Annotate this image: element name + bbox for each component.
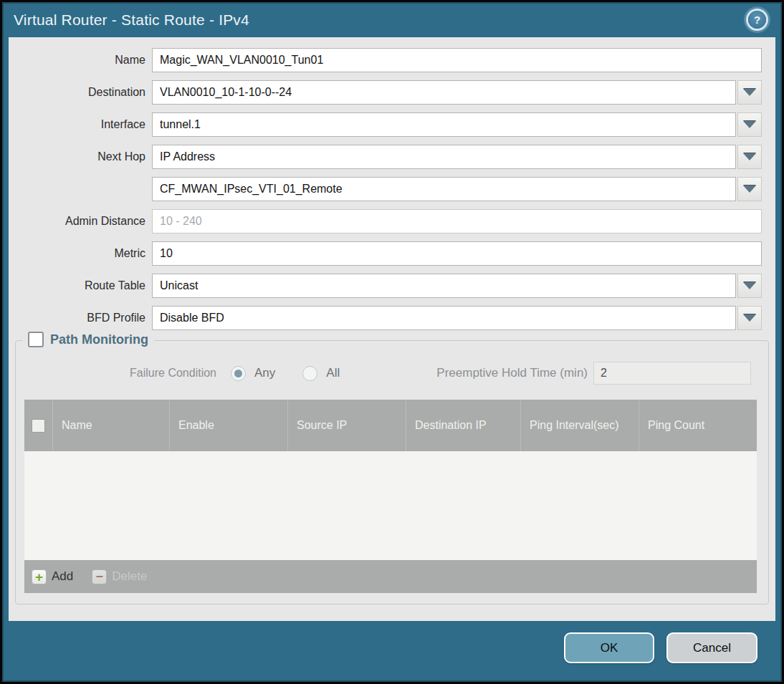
path-monitoring-checkbox[interactable] xyxy=(28,332,44,347)
next-hop-type-dropdown-button[interactable] xyxy=(737,145,762,169)
preemptive-hold-time-input[interactable] xyxy=(593,362,751,385)
chevron-down-icon xyxy=(743,282,756,289)
next-hop-row: Next Hop xyxy=(9,145,775,169)
header-checkbox-cell xyxy=(24,400,53,451)
route-table-label: Route Table xyxy=(9,279,152,292)
failure-condition-label: Failure Condition xyxy=(16,367,225,380)
next-hop-type-input[interactable] xyxy=(152,145,736,169)
path-monitoring-title: Path Monitoring xyxy=(50,332,148,347)
header-source-ip: Source IP xyxy=(288,400,406,451)
route-table-dropdown-button[interactable] xyxy=(737,274,762,298)
next-hop-address-dropdown-button[interactable] xyxy=(737,177,762,201)
delete-button[interactable]: − Delete xyxy=(92,569,147,584)
failure-condition-any-radio[interactable] xyxy=(231,366,246,381)
admin-distance-row: Admin Distance xyxy=(9,209,775,233)
bfd-profile-input[interactable] xyxy=(152,306,736,330)
bfd-profile-row: BFD Profile xyxy=(9,306,775,330)
select-all-checkbox[interactable] xyxy=(32,419,45,433)
ok-button[interactable]: OK xyxy=(564,632,654,663)
help-question-glyph: ? xyxy=(754,14,760,25)
add-icon: + xyxy=(32,569,47,584)
destination-label: Destination xyxy=(9,86,152,99)
failure-condition-any-label: Any xyxy=(254,366,275,380)
path-monitoring-legend: Path Monitoring xyxy=(22,332,154,347)
admin-distance-label: Admin Distance xyxy=(9,215,152,228)
header-ping-count: Ping Count xyxy=(639,400,757,451)
next-hop-label: Next Hop xyxy=(9,150,152,163)
header-destination-ip: Destination IP xyxy=(406,400,521,451)
interface-row: Interface xyxy=(9,112,775,137)
static-route-dialog: Virtual Router - Static Route - IPv4 ? N… xyxy=(0,0,784,684)
path-monitoring-section: Path Monitoring Failure Condition Any Al… xyxy=(15,340,769,604)
route-table-row: Route Table xyxy=(9,274,775,298)
interface-label: Interface xyxy=(9,118,152,131)
chevron-down-icon xyxy=(743,121,756,128)
add-button[interactable]: + Add xyxy=(32,569,73,584)
metric-input[interactable] xyxy=(152,241,762,266)
failure-condition-all-radio[interactable] xyxy=(302,366,317,381)
table-body-empty xyxy=(24,451,757,560)
chevron-down-icon xyxy=(743,153,756,160)
name-input[interactable] xyxy=(152,48,762,72)
table-footer-toolbar: + Add − Delete xyxy=(24,560,757,593)
bfd-profile-label: BFD Profile xyxy=(9,312,152,324)
failure-condition-all-label: All xyxy=(326,366,340,380)
delete-icon: − xyxy=(92,569,107,584)
next-hop-address-row xyxy=(9,177,775,201)
destination-dropdown-button[interactable] xyxy=(737,80,762,105)
metric-row: Metric xyxy=(9,241,775,266)
help-icon[interactable]: ? xyxy=(748,11,766,29)
interface-input[interactable] xyxy=(152,112,736,137)
bfd-profile-dropdown-button[interactable] xyxy=(737,306,762,330)
interface-dropdown-button[interactable] xyxy=(737,112,762,137)
dialog-title: Virtual Router - Static Route - IPv4 xyxy=(14,11,249,29)
cancel-button[interactable]: Cancel xyxy=(666,632,757,663)
table-header-row: Name Enable Source IP Destination IP Pin… xyxy=(24,400,757,451)
dialog-body-panel: Name Destination Interface xyxy=(9,37,775,621)
chevron-down-icon xyxy=(743,186,756,193)
metric-label: Metric xyxy=(9,247,152,260)
preemptive-hold-time-label: Preemptive Hold Time (min) xyxy=(436,366,588,380)
destination-row: Destination xyxy=(9,80,775,105)
destination-input[interactable] xyxy=(152,80,736,105)
header-name: Name xyxy=(53,400,170,451)
chevron-down-icon xyxy=(743,314,756,322)
dialog-action-buttons: OK Cancel xyxy=(564,632,757,663)
next-hop-address-input[interactable] xyxy=(152,177,736,201)
dialog-titlebar: Virtual Router - Static Route - IPv4 ? xyxy=(2,2,782,37)
failure-condition-row: Failure Condition Any All Preemptive Hol… xyxy=(16,361,751,385)
admin-distance-input[interactable] xyxy=(152,209,762,233)
add-button-label: Add xyxy=(52,569,73,584)
path-monitoring-table: Name Enable Source IP Destination IP Pin… xyxy=(24,400,757,593)
delete-button-label: Delete xyxy=(112,569,147,584)
chevron-down-icon xyxy=(743,89,756,96)
header-enable: Enable xyxy=(170,400,288,451)
route-table-input[interactable] xyxy=(152,274,736,298)
name-label: Name xyxy=(9,54,152,67)
name-row: Name xyxy=(9,48,775,72)
header-ping-interval: Ping Interval(sec) xyxy=(521,400,639,451)
